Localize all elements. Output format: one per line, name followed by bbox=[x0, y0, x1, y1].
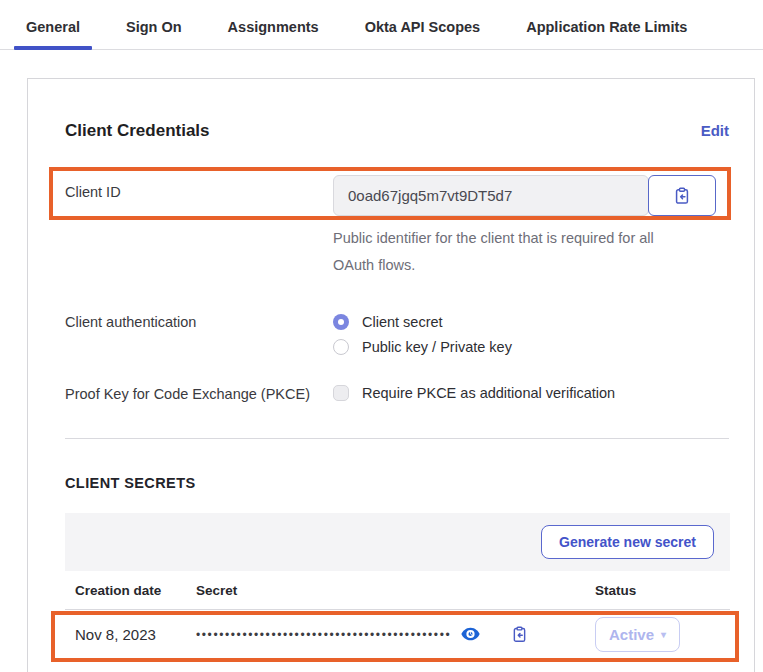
checkbox-unchecked-icon[interactable] bbox=[333, 385, 349, 401]
client-authentication-label: Client authentication bbox=[65, 313, 333, 355]
secret-cell: ••••••••••••••••••••••••••••••••••••••••… bbox=[196, 625, 595, 644]
clipboard-copy-icon bbox=[672, 186, 692, 206]
radio-public-private-key-label: Public key / Private key bbox=[362, 339, 512, 355]
client-credentials-title: Client Credentials bbox=[65, 121, 210, 141]
secrets-table-header: Creation date Secret Status bbox=[65, 571, 730, 610]
column-header-creation-date: Creation date bbox=[75, 583, 196, 598]
client-credentials-header: Client Credentials Edit bbox=[65, 121, 729, 141]
reveal-secret-button[interactable] bbox=[461, 627, 480, 641]
tab-application-rate-limits[interactable]: Application Rate Limits bbox=[514, 19, 699, 49]
pkce-checkbox-label: Require PKCE as additional verification bbox=[362, 385, 615, 401]
column-header-status: Status bbox=[595, 583, 720, 598]
radio-selected-icon[interactable] bbox=[333, 314, 349, 330]
pkce-row: Proof Key for Code Exchange (PKCE) Requi… bbox=[65, 385, 729, 402]
tab-sign-on[interactable]: Sign On bbox=[114, 19, 194, 49]
pkce-label: Proof Key for Code Exchange (PKCE) bbox=[65, 385, 333, 402]
clipboard-copy-icon bbox=[510, 625, 529, 644]
client-secrets-title: CLIENT SECRETS bbox=[65, 475, 729, 491]
client-authentication-row: Client authentication Client secret Publ… bbox=[65, 313, 729, 355]
secret-status-cell: Active bbox=[595, 617, 720, 652]
client-id-label: Client ID bbox=[65, 175, 333, 216]
general-settings-card: Client Credentials Edit Client ID Public… bbox=[27, 78, 755, 672]
client-id-help-text: Public identifier for the client that is… bbox=[333, 225, 683, 279]
chevron-down-icon bbox=[661, 629, 666, 640]
client-secrets-table: Generate new secret Creation date Secret… bbox=[65, 513, 730, 660]
app-tab-bar: General Sign On Assignments Okta API Sco… bbox=[0, 0, 763, 50]
tab-okta-api-scopes[interactable]: Okta API Scopes bbox=[353, 19, 493, 49]
column-header-secret: Secret bbox=[196, 583, 595, 598]
edit-link[interactable]: Edit bbox=[701, 122, 729, 139]
tab-assignments[interactable]: Assignments bbox=[216, 19, 331, 49]
pkce-checkbox-option[interactable]: Require PKCE as additional verification bbox=[333, 385, 615, 402]
section-divider bbox=[65, 438, 729, 439]
generate-new-secret-button[interactable]: Generate new secret bbox=[541, 525, 714, 559]
client-authentication-options: Client secret Public key / Private key bbox=[333, 313, 512, 355]
copy-client-id-button[interactable] bbox=[648, 175, 716, 216]
status-label: Active bbox=[609, 626, 654, 643]
copy-secret-button[interactable] bbox=[510, 625, 529, 644]
secret-table-row: Nov 8, 2023 ••••••••••••••••••••••••••••… bbox=[65, 610, 730, 660]
secret-creation-date: Nov 8, 2023 bbox=[75, 626, 196, 643]
radio-client-secret[interactable]: Client secret bbox=[333, 314, 512, 330]
radio-client-secret-label: Client secret bbox=[362, 314, 443, 330]
radio-unselected-icon[interactable] bbox=[333, 339, 349, 355]
radio-public-private-key[interactable]: Public key / Private key bbox=[333, 339, 512, 355]
status-dropdown-button[interactable]: Active bbox=[595, 617, 680, 652]
tab-general[interactable]: General bbox=[14, 19, 92, 49]
client-id-input-group bbox=[333, 175, 716, 216]
client-id-input[interactable] bbox=[333, 175, 649, 216]
client-id-row: Client ID bbox=[65, 175, 729, 216]
secrets-table-toolbar: Generate new secret bbox=[65, 513, 730, 571]
eye-icon bbox=[461, 627, 480, 641]
masked-secret-value: ••••••••••••••••••••••••••••••••••••••••… bbox=[196, 629, 451, 641]
